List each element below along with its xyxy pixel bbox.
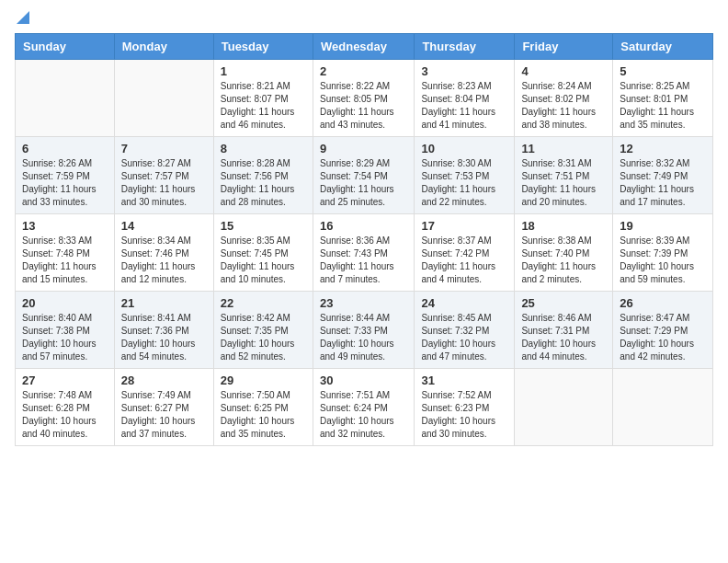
day-info: Sunrise: 8:42 AM Sunset: 7:35 PM Dayligh… <box>221 312 306 363</box>
day-info: Sunrise: 8:23 AM Sunset: 8:04 PM Dayligh… <box>421 80 507 132</box>
day-info: Sunrise: 8:33 AM Sunset: 7:48 PM Dayligh… <box>22 235 108 286</box>
day-info: Sunrise: 8:37 AM Sunset: 7:42 PM Dayligh… <box>421 235 507 286</box>
calendar-cell <box>16 60 115 137</box>
day-number: 3 <box>421 64 507 78</box>
day-info: Sunrise: 8:47 AM Sunset: 7:29 PM Dayligh… <box>620 312 706 363</box>
day-number: 25 <box>521 296 606 310</box>
calendar-cell: 16Sunrise: 8:36 AM Sunset: 7:43 PM Dayli… <box>313 214 414 292</box>
day-number: 17 <box>421 219 507 233</box>
calendar-cell: 26Sunrise: 8:47 AM Sunset: 7:29 PM Dayli… <box>613 292 713 369</box>
calendar-cell <box>613 369 713 446</box>
day-number: 29 <box>221 373 306 387</box>
day-number: 14 <box>121 219 207 233</box>
day-info: Sunrise: 8:27 AM Sunset: 7:57 PM Dayligh… <box>121 157 207 209</box>
calendar-cell: 25Sunrise: 8:46 AM Sunset: 7:31 PM Dayli… <box>515 292 613 369</box>
calendar-header-wednesday: Wednesday <box>313 34 414 60</box>
calendar-cell: 31Sunrise: 7:52 AM Sunset: 6:23 PM Dayli… <box>415 369 515 446</box>
calendar-header-row: SundayMondayTuesdayWednesdayThursdayFrid… <box>16 34 713 60</box>
day-number: 24 <box>421 296 507 310</box>
day-number: 20 <box>22 296 108 310</box>
calendar-cell: 28Sunrise: 7:49 AM Sunset: 6:27 PM Dayli… <box>114 369 213 446</box>
day-number: 7 <box>121 142 207 155</box>
calendar-cell: 2Sunrise: 8:22 AM Sunset: 8:05 PM Daylig… <box>313 60 414 137</box>
calendar-cell: 27Sunrise: 7:48 AM Sunset: 6:28 PM Dayli… <box>16 369 115 446</box>
svg-marker-0 <box>17 11 29 24</box>
day-number: 19 <box>620 219 706 233</box>
day-number: 21 <box>121 296 207 310</box>
calendar-cell: 21Sunrise: 8:41 AM Sunset: 7:36 PM Dayli… <box>114 292 213 369</box>
calendar-header-friday: Friday <box>515 34 613 60</box>
day-info: Sunrise: 8:38 AM Sunset: 7:40 PM Dayligh… <box>521 235 606 286</box>
calendar-cell: 20Sunrise: 8:40 AM Sunset: 7:38 PM Dayli… <box>16 292 115 369</box>
calendar-cell: 18Sunrise: 8:38 AM Sunset: 7:40 PM Dayli… <box>515 214 613 292</box>
day-number: 12 <box>620 142 706 155</box>
calendar-cell: 4Sunrise: 8:24 AM Sunset: 8:02 PM Daylig… <box>515 60 613 137</box>
day-info: Sunrise: 8:22 AM Sunset: 8:05 PM Dayligh… <box>320 80 407 132</box>
day-number: 2 <box>320 64 407 78</box>
page-header <box>15 15 713 22</box>
day-info: Sunrise: 8:21 AM Sunset: 8:07 PM Dayligh… <box>221 80 306 132</box>
calendar-cell: 17Sunrise: 8:37 AM Sunset: 7:42 PM Dayli… <box>415 214 515 292</box>
calendar-week-row: 20Sunrise: 8:40 AM Sunset: 7:38 PM Dayli… <box>16 292 713 369</box>
calendar-cell: 8Sunrise: 8:28 AM Sunset: 7:56 PM Daylig… <box>213 137 313 214</box>
calendar-header-tuesday: Tuesday <box>213 34 313 60</box>
calendar-cell: 3Sunrise: 8:23 AM Sunset: 8:04 PM Daylig… <box>415 60 515 137</box>
day-info: Sunrise: 8:24 AM Sunset: 8:02 PM Dayligh… <box>521 80 606 132</box>
day-number: 15 <box>221 219 306 233</box>
calendar-cell: 10Sunrise: 8:30 AM Sunset: 7:53 PM Dayli… <box>415 137 515 214</box>
calendar-header-thursday: Thursday <box>415 34 515 60</box>
calendar-cell: 12Sunrise: 8:32 AM Sunset: 7:49 PM Dayli… <box>613 137 713 214</box>
calendar-cell: 23Sunrise: 8:44 AM Sunset: 7:33 PM Dayli… <box>313 292 414 369</box>
calendar-header-monday: Monday <box>114 34 213 60</box>
day-info: Sunrise: 7:48 AM Sunset: 6:28 PM Dayligh… <box>22 389 108 441</box>
day-info: Sunrise: 8:41 AM Sunset: 7:36 PM Dayligh… <box>121 312 207 363</box>
day-info: Sunrise: 8:29 AM Sunset: 7:54 PM Dayligh… <box>320 157 407 209</box>
day-number: 26 <box>620 296 706 310</box>
day-info: Sunrise: 7:49 AM Sunset: 6:27 PM Dayligh… <box>121 389 207 441</box>
calendar-cell: 7Sunrise: 8:27 AM Sunset: 7:57 PM Daylig… <box>114 137 213 214</box>
day-number: 4 <box>521 64 606 78</box>
calendar-week-row: 13Sunrise: 8:33 AM Sunset: 7:48 PM Dayli… <box>16 214 713 292</box>
day-number: 30 <box>320 373 407 387</box>
day-info: Sunrise: 8:45 AM Sunset: 7:32 PM Dayligh… <box>421 312 507 363</box>
day-info: Sunrise: 7:51 AM Sunset: 6:24 PM Dayligh… <box>320 389 407 441</box>
day-number: 1 <box>221 64 306 78</box>
day-info: Sunrise: 8:34 AM Sunset: 7:46 PM Dayligh… <box>121 235 207 286</box>
day-number: 28 <box>121 373 207 387</box>
calendar-cell: 9Sunrise: 8:29 AM Sunset: 7:54 PM Daylig… <box>313 137 414 214</box>
calendar-cell: 6Sunrise: 8:26 AM Sunset: 7:59 PM Daylig… <box>16 137 115 214</box>
day-info: Sunrise: 8:40 AM Sunset: 7:38 PM Dayligh… <box>22 312 108 363</box>
day-info: Sunrise: 8:39 AM Sunset: 7:39 PM Dayligh… <box>620 235 706 286</box>
calendar-cell: 11Sunrise: 8:31 AM Sunset: 7:51 PM Dayli… <box>515 137 613 214</box>
logo-triangle-icon <box>17 11 29 24</box>
calendar-cell: 29Sunrise: 7:50 AM Sunset: 6:25 PM Dayli… <box>213 369 313 446</box>
day-info: Sunrise: 8:46 AM Sunset: 7:31 PM Dayligh… <box>521 312 606 363</box>
calendar-cell: 1Sunrise: 8:21 AM Sunset: 8:07 PM Daylig… <box>213 60 313 137</box>
day-info: Sunrise: 8:30 AM Sunset: 7:53 PM Dayligh… <box>421 157 507 209</box>
logo <box>15 15 29 22</box>
calendar-table: SundayMondayTuesdayWednesdayThursdayFrid… <box>15 33 713 446</box>
day-number: 6 <box>22 142 108 155</box>
day-info: Sunrise: 8:35 AM Sunset: 7:45 PM Dayligh… <box>221 235 306 286</box>
day-info: Sunrise: 8:36 AM Sunset: 7:43 PM Dayligh… <box>320 235 407 286</box>
day-number: 13 <box>22 219 108 233</box>
calendar-cell: 5Sunrise: 8:25 AM Sunset: 8:01 PM Daylig… <box>613 60 713 137</box>
calendar-cell: 15Sunrise: 8:35 AM Sunset: 7:45 PM Dayli… <box>213 214 313 292</box>
day-info: Sunrise: 8:26 AM Sunset: 7:59 PM Dayligh… <box>22 157 108 209</box>
day-number: 27 <box>22 373 108 387</box>
calendar-header-sunday: Sunday <box>16 34 115 60</box>
day-info: Sunrise: 7:52 AM Sunset: 6:23 PM Dayligh… <box>421 389 507 441</box>
calendar-cell <box>515 369 613 446</box>
day-number: 16 <box>320 219 407 233</box>
day-info: Sunrise: 7:50 AM Sunset: 6:25 PM Dayligh… <box>221 389 306 441</box>
day-number: 8 <box>221 142 306 155</box>
calendar-cell: 30Sunrise: 7:51 AM Sunset: 6:24 PM Dayli… <box>313 369 414 446</box>
calendar-cell <box>114 60 213 137</box>
day-number: 23 <box>320 296 407 310</box>
day-number: 11 <box>521 142 606 155</box>
day-number: 9 <box>320 142 407 155</box>
day-number: 10 <box>421 142 507 155</box>
day-info: Sunrise: 8:25 AM Sunset: 8:01 PM Dayligh… <box>620 80 706 132</box>
calendar-week-row: 27Sunrise: 7:48 AM Sunset: 6:28 PM Dayli… <box>16 369 713 446</box>
day-number: 31 <box>421 373 507 387</box>
